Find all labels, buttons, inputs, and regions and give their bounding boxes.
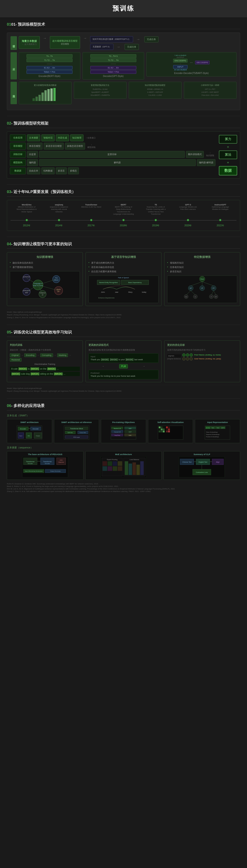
- fw-cell-data-label: 数据源: [10, 167, 26, 174]
- s06-apps-row1: SNMT architecture Encoder Decoder Input …: [7, 419, 240, 443]
- svg-text:Transformer: Transformer: [26, 461, 35, 462]
- svg-text:Basic Dependency: Basic Dependency: [128, 282, 142, 283]
- fw-cell-lang-3: 多模态语言模型: [65, 143, 85, 150]
- fw-cell-data-3: 多语言: [56, 167, 67, 174]
- k-item-1-2: 基于图谱的推理强化: [10, 266, 80, 269]
- svg-text:Encoder: Encoder: [28, 463, 33, 464]
- fw-cell-arch-label: 模型架构: [10, 159, 26, 166]
- svg-line-42: [191, 282, 202, 286]
- s06-row1-label: 文本生成（SNMT）: [7, 414, 240, 417]
- tl-dot-5: [154, 219, 157, 221]
- svg-text:The: The: [55, 277, 58, 279]
- svg-text:Masked LM: Masked LM: [114, 428, 121, 429]
- svg-rect-154: [129, 464, 132, 475]
- svg-text:Transformer: Transformer: [43, 461, 52, 462]
- timeline-top: Word2Vec Efficient Estimation of Word Re…: [10, 204, 237, 216]
- svg-text:Segment Embeddings: Segment Embeddings: [206, 434, 219, 435]
- svg-rect-109: [166, 429, 168, 430]
- svg-text:N: N: [195, 296, 196, 298]
- app-panel-1-5: Input Representation [CLS] Tok1 Tok2 [SE…: [195, 419, 240, 443]
- svg-text:publication: publication: [23, 290, 30, 291]
- app-panel-1-3: Pre-training Objectives Masked LM Causal…: [101, 419, 146, 443]
- section-05-grid: 判别式训练 原始文本→大数据→高效的训练多个任务协同 Original → En…: [7, 340, 240, 382]
- svg-rect-111: [166, 431, 168, 432]
- svg-rect-153: [125, 461, 128, 475]
- tl-item-5: T5 Exploring the Limits of Transfer Lear…: [140, 204, 172, 216]
- svg-text:Path of Speech: Path of Speech: [118, 277, 129, 279]
- k-ling-diagram: Path of Speech Named Entity Recognition:…: [89, 276, 158, 303]
- svg-text:Enhance-Depedencies: Enhance-Depedencies: [98, 297, 114, 299]
- svg-rect-4: [44, 90, 47, 101]
- t-gold-label: Gold Tokens: (inviting, me, party): [194, 358, 221, 360]
- fw-row-arch: 模型架构 编码器 解码器 编码器-解码器: [10, 159, 215, 166]
- fw-cell-train-1: 自监督: [27, 151, 38, 158]
- svg-rect-157: [140, 461, 144, 475]
- t-masked-1: A cute [MASK] is [MASK] on the [MASK] ..…: [10, 367, 80, 371]
- s01-arrow-1: →: [42, 36, 47, 40]
- s01-right-row-1: 转对不同任务进行微调（EBERT/GPT-2） → 完成任务: [90, 36, 158, 42]
- s01-box-data: 海量文本数据 → 超大规模算力: [19, 36, 40, 49]
- s01-charts-area: 更大的模型有更多的数据 算更用的预训练方法 R: [19, 82, 237, 104]
- section-04: 04- 知识增强让模型学习更丰富的知识 知识图谱增强 融合实体信息的表示 基于图…: [0, 237, 247, 323]
- k-title-3: 特定数据增强: [167, 255, 237, 259]
- tl-item-4: BERT BERT: Pre-training of Deep Bidirect…: [107, 204, 140, 216]
- svg-rect-143: [102, 461, 107, 466]
- tl-dot-6: [187, 219, 189, 221]
- svg-rect-103: [163, 429, 165, 430]
- svg-text:PP: PP: [212, 287, 215, 289]
- app-svg-6: Transformer Encoder Transformer Decoder …: [9, 457, 81, 477]
- svg-rect-105: [161, 431, 163, 432]
- timeline-bar-container: [10, 217, 237, 223]
- svg-text:today: today: [142, 291, 146, 293]
- svg-rect-98: [159, 427, 161, 428]
- svg-text:Cross-Attn: Cross-Attn: [79, 432, 86, 433]
- fw-cell-train-label: 训练目标: [10, 151, 26, 158]
- section-05-header: 05- 训练优化让模型更高效地学习知识: [7, 330, 240, 337]
- pipe-encoding: Encoding: [24, 353, 36, 357]
- s01-box-bert: 转对不同任务进行微调（EBERT/GPT-2）: [90, 36, 133, 42]
- svg-text:Root: Root: [201, 278, 204, 280]
- t-circles: [182, 353, 193, 361]
- s01-decoder-gpt: T2...Tn+1 T1 T2 ... Tn ↑↑↑↑↑↑ E1 E2 ... …: [82, 52, 144, 80]
- svg-text:Transformer Block: Transformer Block: [70, 428, 83, 429]
- domain-svg: Root NP VP PP Det N: [167, 276, 237, 303]
- svg-text:Decoder: Decoder: [45, 463, 50, 464]
- s01-right-row-2: 无需微调（GPT-3） → 完成任务: [90, 44, 158, 50]
- k-item-3-2: 任务相关知识: [167, 266, 237, 269]
- s01-right-col: 转对不同任务进行微调（EBERT/GPT-2） → 完成任务 无需微调（GPT-…: [90, 36, 158, 50]
- svg-text:Load Balance: Load Balance: [130, 459, 139, 460]
- svg-rect-1: [35, 97, 38, 101]
- fw-cell-data-2: 结构数据: [41, 167, 55, 174]
- tl-year-7: 2022年: [204, 224, 237, 227]
- svg-rect-6: [50, 88, 52, 101]
- section-05: 05- 训练优化让模型更高效地学习知识 判别式训练 原始文本→大数据→高效的训练…: [0, 325, 247, 397]
- tl-item-6: GPT-3 Language Models are Few-Shot Learn…: [172, 204, 204, 216]
- fw-algo-algorithm: 算法: [219, 151, 237, 159]
- t-title-3: 更好的优化目标: [167, 343, 237, 347]
- k-item-2-2: 语言表示融合依存信息: [89, 266, 158, 269]
- s01-complete-1: 完成任务: [144, 36, 158, 42]
- s06-row2-label: 文本摘要（sequence）: [7, 446, 240, 450]
- svg-text:Mary: Mary: [128, 291, 133, 293]
- s06-refs: Rothe R, Eswaran D, Schibnev MM. Sociotr…: [7, 483, 240, 493]
- svg-text:Expert Routing: Expert Routing: [107, 459, 117, 461]
- k-domain-diagram: Root NP VP PP Det N: [167, 276, 237, 303]
- svg-text:Encoder: Encoder: [20, 428, 26, 430]
- tl-dot-4: [122, 219, 125, 221]
- svg-text:Output Summary: Output Summary: [50, 470, 61, 472]
- svg-rect-137: [57, 458, 66, 465]
- fw-cell-train-3: 额外训练模式: [186, 151, 204, 158]
- svg-text:Contrastive Loss: Contrastive Loss: [196, 471, 208, 473]
- app-panel-1-4: Self-attention Visualization: [148, 419, 193, 443]
- app-svg-3: Masked LM Causal LM Seq2Seq NSP SOP DAE: [103, 425, 144, 441]
- svg-text:Input: Input: [19, 435, 23, 436]
- svg-text:FFN Layer: FFN Layer: [73, 436, 80, 438]
- svg-text:Named Entity Recognition:: Named Entity Recognition:: [99, 282, 118, 283]
- s01-box-gpt: 无需微调（GPT-3）: [90, 44, 113, 50]
- svg-text:Tok2: Tok2: [217, 427, 219, 429]
- svg-text:English Text: English Text: [199, 461, 207, 463]
- s01-arrow-2: →: [82, 36, 88, 40]
- fw-plus-2: +: [219, 160, 237, 165]
- k-item-2-1: 基于成分的树结构方法: [89, 261, 158, 265]
- k-item-3-1: 领域相关知识: [167, 261, 237, 265]
